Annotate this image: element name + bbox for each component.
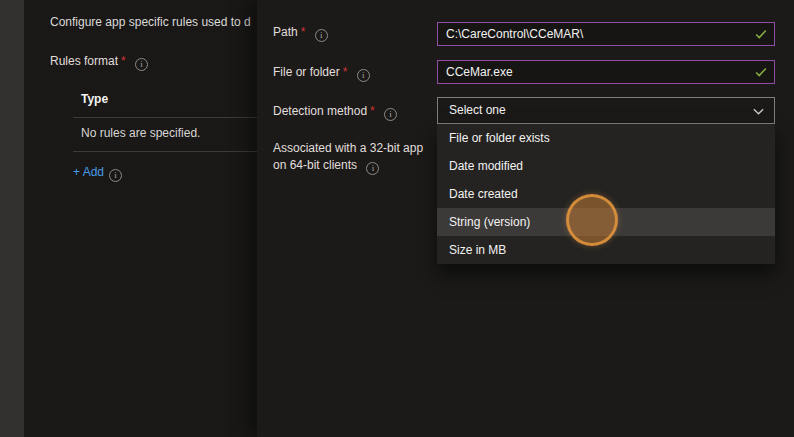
required-asterisk: * xyxy=(343,65,348,79)
required-asterisk: * xyxy=(370,104,375,118)
file-or-folder-input[interactable] xyxy=(437,60,775,84)
detection-method-label-row: Detection method* xyxy=(273,103,433,121)
detection-rules-panel: Configure app specific rules used to d R… xyxy=(24,0,257,437)
info-icon[interactable] xyxy=(384,108,397,121)
dropdown-option[interactable]: File or folder exists xyxy=(437,124,775,152)
path-input[interactable] xyxy=(437,22,775,46)
add-rule-label: + Add xyxy=(73,165,104,179)
side-rail xyxy=(0,0,24,437)
intro-text: Configure app specific rules used to d xyxy=(50,15,251,29)
dropdown-option[interactable]: Date created xyxy=(437,180,775,208)
file-label-row: File or folder* xyxy=(273,64,433,82)
path-input-wrap xyxy=(437,22,775,46)
detection-method-label: Detection method xyxy=(273,104,367,118)
valid-checkmark-icon xyxy=(754,27,768,41)
dropdown-option-string-version[interactable]: String (version) xyxy=(437,208,775,236)
associated-label-row: Associated with a 32-bit app on 64-bit c… xyxy=(273,140,433,175)
file-input-wrap xyxy=(437,60,775,84)
required-asterisk: * xyxy=(301,25,306,39)
info-icon[interactable] xyxy=(357,69,370,82)
select-value: Select one xyxy=(449,103,506,117)
table-column-header-type: Type xyxy=(81,92,108,106)
detection-method-listbox: File or folder exists Date modified Date… xyxy=(437,124,775,264)
table-divider xyxy=(73,151,257,152)
path-label-row: Path* xyxy=(273,24,433,42)
detection-rule-flyout: Path* File or folder* Detection method* … xyxy=(257,0,794,437)
dropdown-option[interactable]: Size in MB xyxy=(437,236,775,264)
info-icon[interactable] xyxy=(109,169,122,182)
table-divider xyxy=(73,117,257,118)
required-asterisk: * xyxy=(121,54,126,68)
chevron-down-icon xyxy=(752,105,765,118)
associated-32bit-label: Associated with a 32-bit app on 64-bit c… xyxy=(273,141,423,172)
info-icon[interactable] xyxy=(366,162,379,175)
path-label: Path xyxy=(273,25,298,39)
dropdown-option[interactable]: Date modified xyxy=(437,152,775,180)
info-icon[interactable] xyxy=(315,29,328,42)
add-rule-button[interactable]: + Add xyxy=(73,165,122,182)
valid-checkmark-icon xyxy=(754,65,768,79)
file-or-folder-label: File or folder xyxy=(273,65,340,79)
detection-method-select[interactable]: Select one xyxy=(437,97,775,124)
table-empty-message: No rules are specified. xyxy=(81,126,200,140)
rules-format-row: Rules format* xyxy=(50,54,148,71)
info-icon[interactable] xyxy=(135,58,148,71)
rules-format-label: Rules format xyxy=(50,54,118,68)
